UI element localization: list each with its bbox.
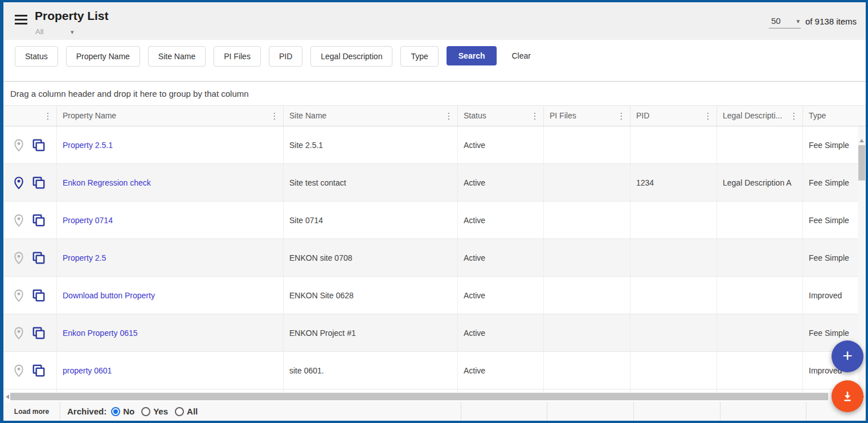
copy-property-icon[interactable] — [31, 213, 46, 228]
filter-field-button[interactable]: Property Name — [66, 46, 140, 67]
footer-cell — [547, 402, 633, 421]
column-menu-icon[interactable]: ⋮ — [530, 106, 540, 126]
filter-field-button[interactable]: PI Files — [214, 46, 261, 67]
clear-button[interactable]: Clear — [506, 46, 536, 65]
column-menu-icon[interactable]: ⋮ — [703, 106, 713, 126]
search-button[interactable]: Search — [447, 46, 497, 65]
pid-cell — [630, 352, 716, 389]
row-actions-cell — [3, 352, 56, 389]
copy-property-icon[interactable] — [31, 363, 46, 378]
location-pin-icon[interactable] — [11, 213, 26, 228]
scroll-up-icon[interactable] — [859, 139, 864, 142]
filter-field-button[interactable]: PID — [269, 46, 302, 67]
property-name-cell: Download button Property — [56, 277, 283, 314]
copy-property-icon[interactable] — [31, 288, 46, 303]
archived-radio-all[interactable]: All — [175, 406, 201, 416]
property-name-link[interactable]: Enkon Property 0615 — [63, 328, 138, 338]
archived-radio-yes[interactable]: Yes — [141, 406, 171, 416]
radio-icon[interactable] — [141, 407, 150, 416]
location-pin-icon[interactable] — [11, 326, 26, 340]
site-name-cell: ENKON Project #1 — [283, 314, 457, 351]
column-header-status[interactable]: Status ⋮ — [457, 106, 543, 126]
page-size-select[interactable]: 50 ▾ — [769, 16, 801, 28]
column-header-pid[interactable]: PID ⋮ — [630, 106, 716, 126]
location-pin-icon[interactable] — [11, 363, 26, 378]
hamburger-menu-icon[interactable] — [15, 15, 27, 24]
column-menu-icon[interactable]: ⋮ — [616, 106, 627, 126]
plus-icon: + — [842, 346, 853, 365]
column-menu-icon[interactable]: ⋮ — [269, 106, 280, 126]
site-name-cell: ENKON site 0708 — [283, 239, 457, 276]
property-name-link[interactable]: Enkon Regression check — [63, 178, 151, 187]
copy-property-icon[interactable] — [31, 138, 46, 153]
column-header-legal-description[interactable]: Legal Descripti... ⋮ — [716, 106, 803, 126]
filter-field-button[interactable]: Legal Description — [310, 46, 392, 67]
copy-property-icon[interactable] — [31, 250, 46, 265]
legal-description-cell: Legal Description A — [716, 164, 803, 201]
scroll-left-icon[interactable] — [6, 395, 9, 399]
property-name-link[interactable]: Property 2.5.1 — [63, 141, 113, 150]
table-row: Property 2.5.1 Site 2.5.1 Active Fee Sim… — [3, 126, 866, 164]
property-name-cell: Property 0714 — [56, 202, 283, 239]
download-button[interactable] — [832, 380, 863, 412]
column-header-label: Site Name — [289, 111, 326, 120]
radio-label: No — [123, 406, 134, 416]
property-name-cell: Enkon Property 0615 — [56, 314, 283, 351]
filter-field-button[interactable]: Type — [400, 46, 438, 67]
scope-dropdown[interactable]: All ▾ — [35, 27, 79, 36]
location-pin-icon[interactable] — [11, 175, 26, 190]
add-property-button[interactable]: + — [832, 340, 863, 372]
copy-property-icon[interactable] — [31, 326, 46, 340]
page-size-value: 50 — [771, 16, 781, 26]
grid-footer: Load more Archived: NoYesAll — [3, 402, 866, 421]
column-menu-icon[interactable]: ⋮ — [789, 106, 799, 126]
property-name-link[interactable]: Property 2.5 — [63, 253, 106, 262]
grid-header-row: ⋮ Property Name ⋮ Site Name ⋮ Status ⋮ P… — [3, 105, 866, 126]
pi-files-cell — [543, 164, 630, 201]
radio-icon[interactable] — [175, 407, 184, 416]
property-name-link[interactable]: property 0601 — [63, 366, 112, 375]
pid-cell — [630, 314, 716, 351]
archived-radio-no[interactable]: No — [111, 406, 138, 416]
legal-description-cell — [716, 202, 803, 239]
property-name-link[interactable]: Download button Property — [63, 291, 155, 300]
column-menu-icon[interactable]: ⋮ — [43, 106, 53, 126]
archived-label: Archived: — [67, 406, 107, 416]
radio-icon[interactable] — [111, 407, 120, 416]
column-header-label: PID — [636, 111, 649, 120]
group-by-drop-zone[interactable]: Drag a column header and drop it here to… — [3, 81, 866, 105]
filter-fields: StatusProperty NameSite NamePI FilesPIDL… — [15, 46, 447, 67]
type-cell: Fee Simple — [803, 126, 866, 163]
archived-filter-group: Archived: NoYesAll — [60, 402, 461, 421]
footer-cell — [633, 402, 720, 421]
archived-radios: NoYesAll — [111, 406, 204, 416]
site-name-cell: ENKON Site 0628 — [283, 277, 457, 314]
pid-cell — [630, 202, 716, 239]
footer-cell — [720, 402, 806, 421]
pid-cell — [630, 126, 716, 163]
location-pin-icon[interactable] — [11, 138, 26, 153]
property-name-link[interactable]: Property 0714 — [63, 216, 113, 225]
location-pin-icon[interactable] — [11, 250, 26, 265]
column-header-label: Legal Descripti... — [723, 111, 782, 120]
column-header-pi-files[interactable]: PI Files ⋮ — [543, 106, 630, 126]
filter-field-button[interactable]: Status — [15, 46, 58, 67]
column-header-property-name[interactable]: Property Name ⋮ — [56, 106, 283, 126]
horizontal-scrollbar-thumb[interactable] — [10, 393, 828, 400]
status-cell: Active — [457, 126, 543, 163]
copy-property-icon[interactable] — [31, 175, 46, 190]
row-actions-cell — [3, 314, 56, 351]
column-header-type[interactable]: Type — [803, 106, 866, 126]
column-header-label: Status — [464, 111, 486, 120]
location-pin-icon[interactable] — [11, 288, 26, 303]
row-actions-cell — [3, 277, 56, 314]
filter-field-button[interactable]: Site Name — [148, 46, 206, 67]
load-more-button[interactable]: Load more — [14, 408, 49, 416]
status-cell: Active — [457, 277, 543, 314]
horizontal-scrollbar[interactable] — [3, 392, 866, 402]
pi-files-cell — [543, 277, 630, 314]
title-bar: Property List All ▾ 50 ▾ of 9138 items — [3, 2, 866, 40]
column-header-site-name[interactable]: Site Name ⋮ — [283, 106, 457, 126]
column-menu-icon[interactable]: ⋮ — [444, 106, 454, 126]
vertical-scrollbar-thumb[interactable] — [858, 145, 865, 180]
